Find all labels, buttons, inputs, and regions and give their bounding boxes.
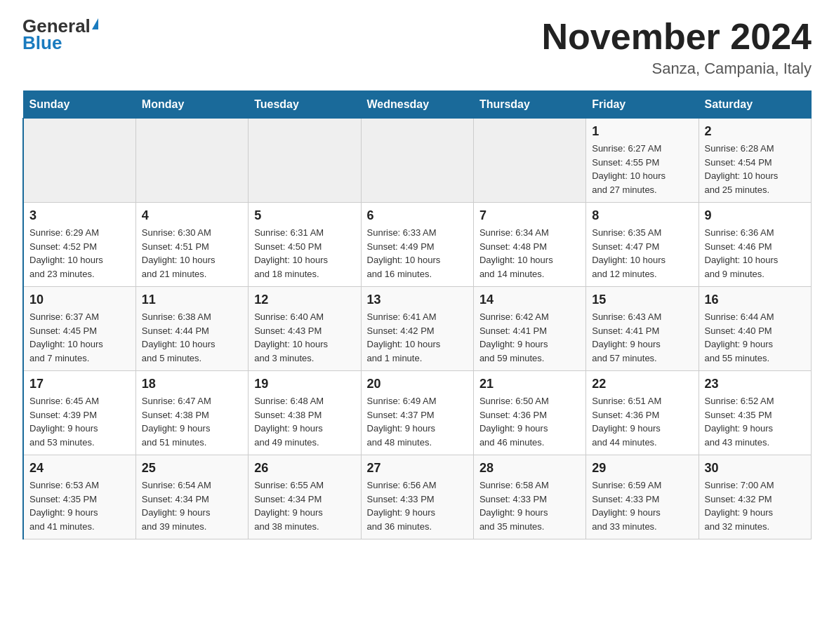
- logo-blue-text: Blue: [22, 34, 62, 52]
- day-info: Sunrise: 6:47 AM Sunset: 4:38 PM Dayligh…: [142, 394, 242, 449]
- day-info: Sunrise: 6:55 AM Sunset: 4:34 PM Dayligh…: [254, 478, 355, 533]
- calendar-week-5: 24Sunrise: 6:53 AM Sunset: 4:35 PM Dayli…: [23, 455, 812, 539]
- col-monday: Monday: [135, 91, 248, 119]
- calendar-cell: 1Sunrise: 6:27 AM Sunset: 4:55 PM Daylig…: [586, 119, 699, 203]
- calendar-week-2: 3Sunrise: 6:29 AM Sunset: 4:52 PM Daylig…: [23, 203, 812, 287]
- day-number: 16: [705, 293, 805, 307]
- col-thursday: Thursday: [473, 91, 585, 119]
- page-header: General Blue November 2024 Sanza, Campan…: [22, 17, 812, 78]
- calendar-cell: 28Sunrise: 6:58 AM Sunset: 4:33 PM Dayli…: [473, 455, 585, 539]
- calendar-cell: 12Sunrise: 6:40 AM Sunset: 4:43 PM Dayli…: [249, 287, 361, 371]
- day-number: 17: [29, 377, 130, 391]
- calendar-cell: 26Sunrise: 6:55 AM Sunset: 4:34 PM Dayli…: [249, 455, 361, 539]
- day-number: 20: [367, 377, 468, 391]
- title-block: November 2024 Sanza, Campania, Italy: [542, 17, 812, 78]
- day-number: 22: [592, 377, 692, 391]
- calendar-cell: 13Sunrise: 6:41 AM Sunset: 4:42 PM Dayli…: [361, 287, 473, 371]
- day-info: Sunrise: 6:56 AM Sunset: 4:33 PM Dayligh…: [367, 478, 468, 533]
- day-number: 30: [705, 461, 805, 476]
- calendar-body: 1Sunrise: 6:27 AM Sunset: 4:55 PM Daylig…: [23, 119, 812, 539]
- day-number: 9: [705, 208, 805, 223]
- day-info: Sunrise: 6:44 AM Sunset: 4:40 PM Dayligh…: [705, 310, 805, 365]
- day-number: 6: [367, 208, 468, 223]
- calendar-cell: 18Sunrise: 6:47 AM Sunset: 4:38 PM Dayli…: [135, 371, 248, 455]
- calendar-cell: [23, 119, 135, 203]
- day-info: Sunrise: 6:28 AM Sunset: 4:54 PM Dayligh…: [705, 142, 805, 196]
- col-wednesday: Wednesday: [361, 91, 473, 119]
- calendar-cell: 30Sunrise: 7:00 AM Sunset: 4:32 PM Dayli…: [699, 455, 811, 539]
- day-number: 19: [254, 377, 355, 391]
- day-info: Sunrise: 7:00 AM Sunset: 4:32 PM Dayligh…: [705, 478, 805, 533]
- calendar-cell: 5Sunrise: 6:31 AM Sunset: 4:50 PM Daylig…: [249, 203, 361, 287]
- day-number: 23: [705, 377, 805, 391]
- calendar-header: Sunday Monday Tuesday Wednesday Thursday…: [23, 91, 812, 119]
- day-info: Sunrise: 6:43 AM Sunset: 4:41 PM Dayligh…: [592, 310, 692, 365]
- day-number: 27: [367, 461, 468, 476]
- day-info: Sunrise: 6:34 AM Sunset: 4:48 PM Dayligh…: [479, 226, 580, 281]
- calendar-cell: 14Sunrise: 6:42 AM Sunset: 4:41 PM Dayli…: [473, 287, 585, 371]
- calendar-cell: 27Sunrise: 6:56 AM Sunset: 4:33 PM Dayli…: [361, 455, 473, 539]
- calendar-cell: 20Sunrise: 6:49 AM Sunset: 4:37 PM Dayli…: [361, 371, 473, 455]
- day-info: Sunrise: 6:29 AM Sunset: 4:52 PM Dayligh…: [29, 226, 130, 281]
- day-info: Sunrise: 6:50 AM Sunset: 4:36 PM Dayligh…: [479, 394, 580, 449]
- day-info: Sunrise: 6:40 AM Sunset: 4:43 PM Dayligh…: [254, 310, 355, 365]
- day-info: Sunrise: 6:41 AM Sunset: 4:42 PM Dayligh…: [367, 310, 468, 365]
- logo-triangle-icon: [92, 18, 98, 29]
- calendar-cell: 9Sunrise: 6:36 AM Sunset: 4:46 PM Daylig…: [699, 203, 811, 287]
- calendar-cell: [361, 119, 473, 203]
- day-info: Sunrise: 6:54 AM Sunset: 4:34 PM Dayligh…: [142, 478, 242, 533]
- day-info: Sunrise: 6:33 AM Sunset: 4:49 PM Dayligh…: [367, 226, 468, 281]
- day-number: 1: [592, 124, 692, 139]
- day-info: Sunrise: 6:58 AM Sunset: 4:33 PM Dayligh…: [479, 478, 580, 533]
- day-number: 8: [592, 208, 692, 223]
- col-tuesday: Tuesday: [249, 91, 361, 119]
- col-saturday: Saturday: [699, 91, 811, 119]
- day-info: Sunrise: 6:48 AM Sunset: 4:38 PM Dayligh…: [254, 394, 355, 449]
- calendar-week-3: 10Sunrise: 6:37 AM Sunset: 4:45 PM Dayli…: [23, 287, 812, 371]
- calendar-week-4: 17Sunrise: 6:45 AM Sunset: 4:39 PM Dayli…: [23, 371, 812, 455]
- day-info: Sunrise: 6:53 AM Sunset: 4:35 PM Dayligh…: [29, 478, 130, 533]
- day-number: 11: [142, 293, 242, 307]
- day-number: 7: [479, 208, 580, 223]
- calendar-cell: 21Sunrise: 6:50 AM Sunset: 4:36 PM Dayli…: [473, 371, 585, 455]
- calendar-cell: 3Sunrise: 6:29 AM Sunset: 4:52 PM Daylig…: [23, 203, 135, 287]
- calendar-cell: 6Sunrise: 6:33 AM Sunset: 4:49 PM Daylig…: [361, 203, 473, 287]
- day-number: 5: [254, 208, 355, 223]
- calendar-cell: 17Sunrise: 6:45 AM Sunset: 4:39 PM Dayli…: [23, 371, 135, 455]
- day-number: 15: [592, 293, 692, 307]
- calendar-table: Sunday Monday Tuesday Wednesday Thursday…: [22, 90, 812, 539]
- col-sunday: Sunday: [23, 91, 135, 119]
- day-info: Sunrise: 6:31 AM Sunset: 4:50 PM Dayligh…: [254, 226, 355, 281]
- day-number: 13: [367, 293, 468, 307]
- day-number: 2: [705, 124, 805, 139]
- calendar-cell: 24Sunrise: 6:53 AM Sunset: 4:35 PM Dayli…: [23, 455, 135, 539]
- col-friday: Friday: [586, 91, 699, 119]
- day-info: Sunrise: 6:49 AM Sunset: 4:37 PM Dayligh…: [367, 394, 468, 449]
- day-number: 24: [29, 461, 130, 476]
- logo: General Blue: [22, 17, 98, 52]
- calendar-cell: 7Sunrise: 6:34 AM Sunset: 4:48 PM Daylig…: [473, 203, 585, 287]
- month-title: November 2024: [542, 17, 812, 57]
- calendar-cell: [249, 119, 361, 203]
- day-info: Sunrise: 6:45 AM Sunset: 4:39 PM Dayligh…: [29, 394, 130, 449]
- day-number: 12: [254, 293, 355, 307]
- day-info: Sunrise: 6:38 AM Sunset: 4:44 PM Dayligh…: [142, 310, 242, 365]
- calendar-cell: 16Sunrise: 6:44 AM Sunset: 4:40 PM Dayli…: [699, 287, 811, 371]
- calendar-cell: 19Sunrise: 6:48 AM Sunset: 4:38 PM Dayli…: [249, 371, 361, 455]
- location-text: Sanza, Campania, Italy: [542, 60, 812, 78]
- day-number: 26: [254, 461, 355, 476]
- calendar-cell: 25Sunrise: 6:54 AM Sunset: 4:34 PM Dayli…: [135, 455, 248, 539]
- day-info: Sunrise: 6:36 AM Sunset: 4:46 PM Dayligh…: [705, 226, 805, 281]
- day-info: Sunrise: 6:51 AM Sunset: 4:36 PM Dayligh…: [592, 394, 692, 449]
- calendar-cell: 8Sunrise: 6:35 AM Sunset: 4:47 PM Daylig…: [586, 203, 699, 287]
- calendar-cell: 29Sunrise: 6:59 AM Sunset: 4:33 PM Dayli…: [586, 455, 699, 539]
- calendar-week-1: 1Sunrise: 6:27 AM Sunset: 4:55 PM Daylig…: [23, 119, 812, 203]
- calendar-cell: [135, 119, 248, 203]
- day-number: 4: [142, 208, 242, 223]
- day-info: Sunrise: 6:59 AM Sunset: 4:33 PM Dayligh…: [592, 478, 692, 533]
- day-number: 3: [29, 208, 130, 223]
- day-number: 29: [592, 461, 692, 476]
- calendar-cell: 22Sunrise: 6:51 AM Sunset: 4:36 PM Dayli…: [586, 371, 699, 455]
- day-info: Sunrise: 6:52 AM Sunset: 4:35 PM Dayligh…: [705, 394, 805, 449]
- calendar-cell: [473, 119, 585, 203]
